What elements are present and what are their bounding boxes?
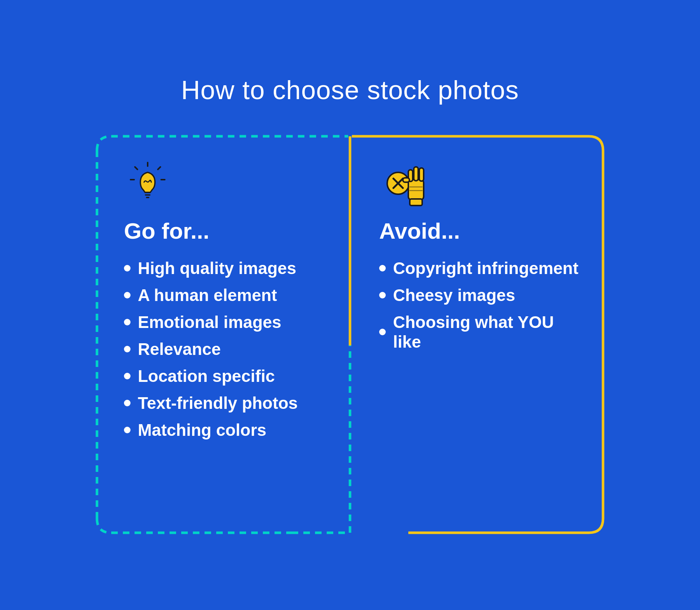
bullet-dot: [124, 265, 131, 271]
list-item: Cheesy images: [379, 285, 583, 305]
list-item: Relevance: [124, 339, 328, 359]
right-panel-heading: Avoid...: [379, 218, 583, 244]
list-item: Text-friendly photos: [124, 393, 328, 413]
list-item: Copyright infringement: [379, 258, 583, 278]
bullet-dot: [124, 346, 131, 352]
page-title: How to choose stock photos: [181, 75, 519, 105]
right-panel-list: Copyright infringement Cheesy images Cho…: [379, 258, 583, 352]
svg-rect-20: [408, 180, 424, 200]
cards-container: Go for... High quality images A human el…: [95, 134, 605, 535]
list-item: Choosing what YOU like: [379, 312, 583, 352]
svg-rect-23: [419, 168, 424, 181]
stop-hand-icon: [379, 160, 427, 207]
svg-rect-22: [414, 167, 418, 181]
list-item: Matching colors: [124, 420, 328, 440]
svg-line-10: [135, 167, 137, 169]
left-panel-heading: Go for...: [124, 218, 328, 244]
svg-rect-25: [410, 199, 422, 206]
svg-rect-24: [403, 178, 409, 182]
bullet-dot: [124, 319, 131, 325]
list-item: Location specific: [124, 366, 328, 386]
svg-line-11: [158, 167, 160, 169]
list-item: A human element: [124, 285, 328, 305]
left-panel-list: High quality images A human element Emot…: [124, 258, 328, 440]
bullet-dot: [124, 292, 131, 298]
left-panel: Go for... High quality images A human el…: [95, 134, 350, 535]
list-item: High quality images: [124, 258, 328, 278]
bullet-dot: [124, 427, 131, 433]
bullet-dot: [124, 373, 131, 379]
bullet-dot: [379, 265, 386, 271]
content-area: Go for... High quality images A human el…: [95, 134, 605, 535]
lightbulb-icon: [124, 160, 171, 207]
right-panel: Avoid... Copyright infringement Cheesy i…: [350, 134, 605, 535]
bullet-dot: [379, 329, 386, 335]
bullet-dot: [379, 292, 386, 298]
bullet-dot: [124, 400, 131, 406]
list-item: Emotional images: [124, 312, 328, 332]
